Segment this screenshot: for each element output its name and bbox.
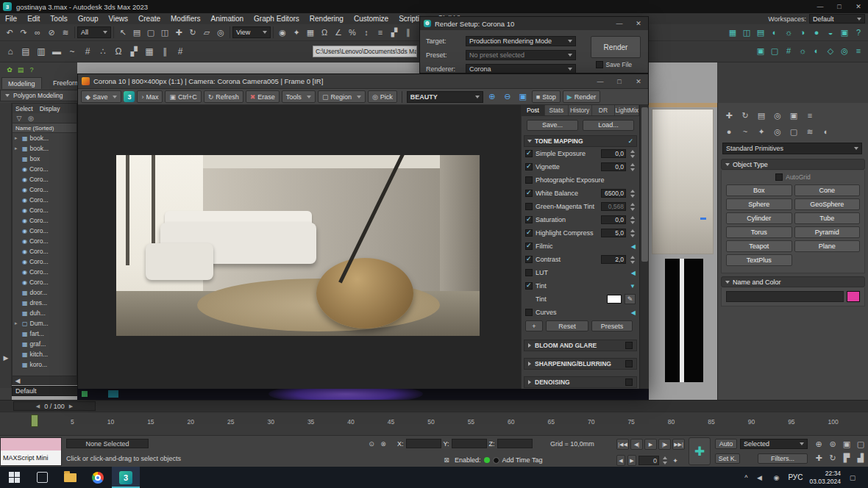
list-item[interactable]: ◉ Coro...: [13, 195, 77, 205]
value-field[interactable]: 0,0: [601, 215, 626, 224]
renderer-dropdown[interactable]: Corona: [466, 64, 576, 73]
checkbox[interactable]: [525, 256, 533, 263]
zoom-icon[interactable]: ⊕: [812, 437, 825, 451]
3dsmax-taskbar-button[interactable]: 3: [112, 467, 140, 488]
use-center-icon[interactable]: ◉: [276, 26, 289, 39]
camera-icon[interactable]: ◎: [838, 44, 851, 57]
array-tool-icon[interactable]: ▦: [142, 44, 157, 59]
checkbox[interactable]: [525, 309, 533, 316]
align-tool-icon[interactable]: ∥: [157, 44, 172, 59]
tab-lightmix[interactable]: LightMix: [615, 105, 639, 115]
time-slider-track[interactable]: ◀ 0 / 100 ▶: [0, 400, 868, 412]
checkbox[interactable]: [525, 229, 533, 237]
prev-frame-button[interactable]: ◀|: [630, 439, 643, 450]
create-tab-icon[interactable]: ✚: [722, 109, 736, 122]
list-item[interactable]: ▦ graf...: [13, 339, 77, 349]
list-item[interactable]: ▦ fart...: [13, 329, 77, 339]
clock[interactable]: 22:34 03.03.2024: [809, 470, 841, 485]
menu-item[interactable]: Create: [133, 13, 166, 24]
spinner[interactable]: [629, 229, 636, 238]
mirror-icon[interactable]: ▞: [388, 26, 401, 39]
vfb-save-button[interactable]: ◆Save: [81, 90, 121, 103]
list-item[interactable]: ▦ duh...: [13, 308, 77, 318]
expand-arrow-icon[interactable]: ◀: [631, 309, 636, 316]
object-type-button[interactable]: Cone: [794, 184, 861, 196]
checkbox[interactable]: [525, 163, 533, 171]
tray-expand-icon[interactable]: ^: [744, 474, 747, 481]
set-key-button[interactable]: Set K.: [715, 453, 740, 464]
maxscript-mini-listener[interactable]: MAXScript Mini: [0, 437, 62, 466]
maximize-button[interactable]: □: [610, 74, 629, 89]
expand-arrow-icon[interactable]: ▸: [15, 320, 20, 326]
close-button[interactable]: ✕: [849, 0, 868, 13]
list-item[interactable]: ◉ Coro...: [13, 164, 77, 174]
key-filters-button[interactable]: Filters...: [758, 453, 808, 464]
align-icon[interactable]: ∥: [402, 26, 415, 39]
asset-library-icon[interactable]: ✿: [4, 65, 15, 75]
shading-icon[interactable]: ◐: [810, 44, 823, 57]
target-dropdown[interactable]: Production Rendering Mode: [466, 36, 576, 46]
prev-key-button[interactable]: ◀: [616, 455, 625, 466]
sharpening-blurring-header[interactable]: SHARPENING/BLURRING: [524, 358, 637, 370]
zoom-region-icon[interactable]: ▢: [854, 437, 867, 451]
select-link-icon[interactable]: ∞: [31, 26, 44, 39]
schematic-view-icon[interactable]: #: [80, 44, 95, 59]
list-item[interactable]: ◉ Coro...: [13, 226, 77, 236]
explorer-menu-select[interactable]: Select: [15, 105, 33, 112]
tone-mapping-check-icon[interactable]: ✓: [627, 137, 633, 145]
expand-arrow-icon[interactable]: ▼: [630, 283, 636, 290]
time-slider-handle[interactable]: [31, 415, 38, 427]
vfb-refresh-button[interactable]: ↻Refresh: [204, 90, 243, 103]
measure-icon[interactable]: #: [173, 44, 188, 59]
language-indicator[interactable]: РУС: [788, 473, 803, 481]
explorer-menu-display[interactable]: Display: [40, 105, 60, 112]
checkbox[interactable]: [625, 378, 633, 386]
list-item[interactable]: ◉ Coro...: [13, 236, 77, 246]
list-item[interactable]: ◉ Coro...: [13, 184, 77, 195]
value-field[interactable]: 2,0: [601, 255, 626, 264]
spinner[interactable]: [629, 149, 636, 159]
select-object-icon[interactable]: ↖: [116, 26, 129, 39]
start-button[interactable]: [0, 467, 28, 488]
menu-item[interactable]: Graph Editors: [249, 13, 305, 24]
ribbon-tab-modeling[interactable]: Modeling: [1, 77, 42, 89]
checkbox[interactable]: [525, 216, 533, 223]
select-rotate-icon[interactable]: ↻: [186, 26, 199, 39]
state-sets-icon[interactable]: ◫: [740, 26, 753, 39]
scene-explorer-icon[interactable]: ▤: [754, 26, 767, 39]
list-item[interactable]: ▸ ▢ Dum...: [13, 318, 77, 329]
checkbox[interactable]: [525, 269, 533, 276]
x-coordinate-field[interactable]: [406, 439, 441, 448]
workspaces-dropdown[interactable]: Default: [809, 14, 865, 24]
y-coordinate-field[interactable]: [452, 439, 487, 448]
autogrid-checkbox[interactable]: [775, 173, 783, 181]
grid-toggle-icon[interactable]: #: [782, 44, 795, 57]
expand-arrow-icon[interactable]: ◀: [631, 243, 636, 250]
curve-editor-icon[interactable]: ~: [65, 44, 79, 59]
menu-item[interactable]: Customize: [349, 13, 394, 24]
systems-category-icon[interactable]: ◐: [819, 125, 833, 138]
list-item[interactable]: ◉ Coro...: [13, 215, 77, 226]
selection-set-dropdown[interactable]: Selected: [740, 439, 808, 449]
list-item[interactable]: ▦ koro...: [13, 359, 77, 370]
redo-icon[interactable]: ↷: [17, 26, 30, 39]
close-button[interactable]: ✕: [629, 17, 648, 30]
viewport-nav-icon[interactable]: ▟: [854, 451, 867, 464]
object-name-field[interactable]: [726, 291, 844, 302]
timeline-ruler[interactable]: 5101520253035404550556065707580859095100: [0, 412, 868, 435]
geometry-category-icon[interactable]: ●: [722, 125, 736, 138]
list-item[interactable]: ◉ Coro...: [13, 277, 77, 287]
object-type-button[interactable]: GeoSphere: [794, 198, 861, 210]
list-item[interactable]: ▦ box: [13, 154, 77, 164]
object-type-button[interactable]: Cylinder: [726, 212, 792, 224]
object-type-button[interactable]: Tube: [794, 212, 861, 224]
percent-snap-icon[interactable]: %: [346, 26, 359, 39]
reset-button[interactable]: Reset: [546, 320, 588, 331]
menu-item[interactable]: Animation: [206, 13, 249, 24]
close-button[interactable]: ✕: [629, 74, 648, 89]
vfb-titlebar[interactable]: Corona 10 | 800×400px (1:1) | Camera: Co…: [78, 74, 648, 89]
menu-item[interactable]: Rendering: [305, 13, 349, 24]
frame-readout[interactable]: ◀ 0 / 100 ▶: [13, 401, 96, 411]
object-type-button[interactable]: Teapot: [726, 240, 792, 252]
angle-snap-icon[interactable]: ∠: [332, 26, 345, 39]
